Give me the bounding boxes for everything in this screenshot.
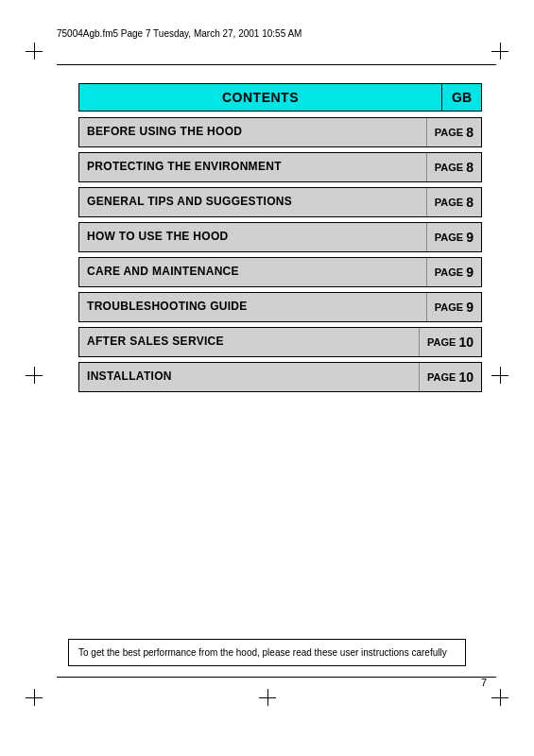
toc-page-num-2: 8 [466,195,474,210]
page: 75004Agb.fm5 Page 7 Tuesday, March 27, 2… [0,0,534,756]
toc-page-label-0: PAGE [435,127,463,138]
contents-header: CONTENTS GB [78,83,482,112]
crosshair-bottom-left [26,689,43,706]
toc-page-3: PAGE 9 [426,223,481,251]
top-divider [57,64,496,65]
toc-row-3: HOW TO USE THE HOODPAGE 9 [78,222,482,252]
toc-page-4: PAGE 9 [426,258,481,286]
toc-page-label-1: PAGE [435,162,463,173]
content-area: CONTENTS GB BEFORE USING THE HOODPAGE 8P… [78,83,482,397]
toc-label-5: TROUBLESHOOTING GUIDE [79,293,426,321]
toc-page-2: PAGE 8 [426,188,481,216]
page-number: 7 [481,677,487,688]
toc-row-6: AFTER SALES SERVICEPAGE 10 [78,327,482,357]
toc-row-5: TROUBLESHOOTING GUIDEPAGE 9 [78,292,482,322]
toc-page-label-4: PAGE [435,266,463,278]
crosshair-bottom-center [259,689,276,706]
toc-page-num-1: 8 [466,160,474,175]
crosshair-top-left [26,43,43,60]
toc-page-num-5: 9 [466,300,474,315]
toc-label-1: PROTECTING THE ENVIRONMENT [79,153,426,181]
toc-row-4: CARE AND MAINTENANCEPAGE 9 [78,257,482,287]
toc-page-5: PAGE 9 [426,293,481,321]
crosshair-mid-right [491,367,508,384]
toc-label-4: CARE AND MAINTENANCE [79,258,426,286]
toc-row-0: BEFORE USING THE HOODPAGE 8 [78,117,482,147]
toc-page-num-7: 10 [458,369,474,385]
toc-label-6: AFTER SALES SERVICE [79,328,419,356]
toc-row-2: GENERAL TIPS AND SUGGESTIONSPAGE 8 [78,187,482,217]
toc-page-label-6: PAGE [427,336,456,348]
toc-label-3: HOW TO USE THE HOOD [79,223,426,251]
toc-page-label-5: PAGE [435,301,463,313]
toc-label-2: GENERAL TIPS AND SUGGESTIONS [79,188,426,216]
toc-row-1: PROTECTING THE ENVIRONMENTPAGE 8 [78,152,482,182]
toc-page-0: PAGE 8 [426,118,481,146]
header-text: 75004Agb.fm5 Page 7 Tuesday, March 27, 2… [57,28,496,39]
toc-page-6: PAGE 10 [419,328,481,356]
contents-title: CONTENTS [79,84,441,111]
toc-page-num-3: 9 [466,230,474,245]
crosshair-top-right [491,43,508,60]
toc-label-0: BEFORE USING THE HOOD [79,118,426,146]
toc-page-7: PAGE 10 [419,363,481,391]
toc-page-1: PAGE 8 [426,153,481,181]
toc-label-7: INSTALLATION [79,363,419,391]
toc-page-label-2: PAGE [435,197,463,208]
footer-note: To get the best performance from the hoo… [68,639,466,666]
header-filename: 75004Agb.fm5 Page 7 Tuesday, March 27, 2… [57,28,301,39]
toc-page-label-3: PAGE [435,232,463,243]
toc-container: BEFORE USING THE HOODPAGE 8PROTECTING TH… [78,117,482,397]
toc-page-num-4: 9 [466,265,474,280]
toc-page-num-0: 8 [466,125,474,140]
contents-gb-label: GB [441,84,481,111]
toc-row-7: INSTALLATIONPAGE 10 [78,362,482,392]
footer-note-text: To get the best performance from the hoo… [78,647,447,658]
toc-page-num-6: 10 [458,335,474,350]
crosshair-mid-left [26,367,43,384]
crosshair-bottom-right [491,689,508,706]
toc-page-label-7: PAGE [427,371,456,383]
bottom-divider [57,677,496,678]
